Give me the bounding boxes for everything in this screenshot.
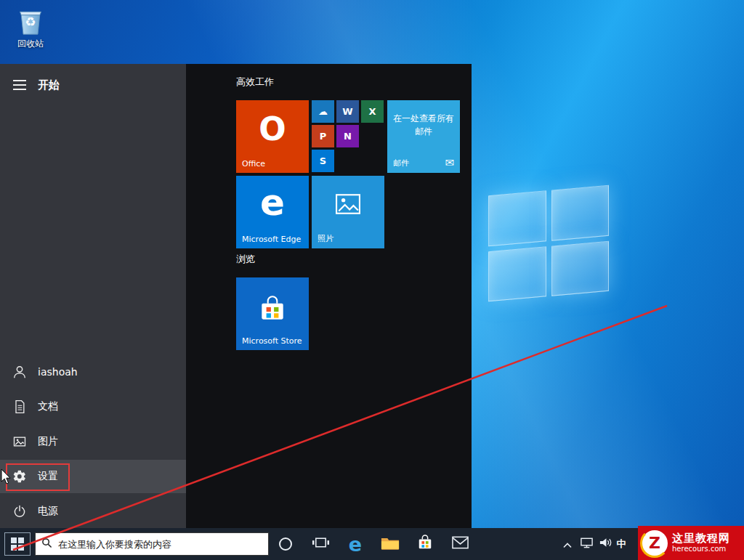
onenote-icon: N [344,131,352,142]
mail-tile-text: 在一处查看所有邮件 [392,112,456,138]
watermark-url: herecours.com [672,545,730,553]
rail-item-user[interactable]: iashoah [0,355,186,389]
tile-label: 邮件 [393,158,409,169]
speaker-icon [599,537,612,551]
tile-group-title: 高效工作 [236,76,274,89]
store-taskbar-icon [417,534,433,554]
tile-label: 照片 [318,233,333,244]
windows-logo-pane [551,185,610,240]
tutorial-watermark: Z 这里教程网 herecours.com [638,526,744,560]
small-tile-skype[interactable]: S [312,150,334,172]
tray-ime-button[interactable]: 中 [612,528,631,560]
task-view-icon [312,536,330,552]
rail-item-documents[interactable]: 文档 [0,390,186,423]
taskbar-search-box[interactable] [35,532,269,556]
rail-item-label: 设置 [38,470,58,483]
edge-taskbar-icon: e [349,535,362,554]
tile-store[interactable]: Microsoft Store [236,277,309,350]
start-button-focus-outline [4,532,31,556]
tray-show-hidden-icons-button[interactable] [558,528,577,560]
tile-edge[interactable]: e Microsoft Edge [236,176,309,248]
tile-label: Microsoft Edge [242,235,301,244]
start-menu: 开始 iashoah 文档 [0,64,472,528]
rail-item-pictures[interactable]: 图片 [0,425,186,458]
small-tile-excel[interactable]: X [361,100,384,123]
windows-logo-wallpaper [488,185,609,302]
start-menu-left-rail: 开始 iashoah 文档 [0,64,186,528]
tile-mail[interactable]: 在一处查看所有邮件 邮件 ✉ [387,100,460,173]
tray-network-button[interactable] [577,528,596,560]
file-explorer-icon [381,535,400,553]
mail-taskbar-icon [452,536,469,552]
store-bag-icon [236,293,309,327]
gear-icon [12,468,28,484]
windows-desktop-screen: ♻ 回收站 开始 iashoah 文 [0,0,744,560]
edge-taskbar-button[interactable]: e [338,528,373,560]
rail-item-label: 文档 [38,400,58,413]
powerpoint-icon: P [320,131,327,142]
small-tile-group: ☁ W X P N S [312,100,384,173]
mail-envelope-icon: ✉ [445,156,454,169]
file-explorer-button[interactable] [373,528,408,560]
watermark-logo: Z [642,530,668,556]
onedrive-icon: ☁ [318,106,328,117]
rail-item-label: 电源 [38,505,58,518]
watermark-logo-letter: Z [649,534,660,552]
start-button[interactable] [0,528,35,560]
windows-logo-pane [488,190,546,245]
start-menu-tiles-pane: 高效工作 O Office ☁ W X P N [186,64,472,528]
edge-icon: e [236,182,309,224]
cortana-button[interactable] [268,528,303,560]
tile-office[interactable]: O Office [236,100,309,173]
chevron-up-icon [563,537,572,551]
rail-item-power[interactable]: 电源 [0,495,186,528]
watermark-title: 这里教程网 [672,532,730,545]
recycle-bin-icon: ♻ [16,6,45,36]
rail-item-label: iashoah [38,366,78,378]
network-icon [580,537,594,551]
user-avatar-icon [12,364,28,380]
rail-item-settings[interactable]: 设置 [0,460,186,493]
excel-icon: X [368,106,376,117]
tile-label: Office [242,159,265,169]
tile-photos[interactable]: 照片 [312,176,384,248]
store-taskbar-button[interactable] [408,528,442,560]
word-icon: W [342,106,352,117]
windows-logo-pane [488,246,546,301]
task-view-button[interactable] [303,528,338,560]
tile-label: Microsoft Store [242,336,302,346]
small-tile-onedrive[interactable]: ☁ [312,100,334,123]
search-icon [41,537,52,551]
document-icon [12,399,28,415]
recycle-bin-shortcut[interactable]: ♻ 回收站 [10,6,51,50]
tile-group-title: 浏览 [236,253,255,266]
search-input[interactable] [58,539,262,550]
photos-icon [312,192,384,219]
cortana-icon [279,537,292,551]
hamburger-menu-button[interactable] [13,80,26,90]
taskbar: e [0,528,744,560]
recycle-bin-label: 回收站 [10,38,51,50]
office-icon: O [236,110,309,147]
rail-item-label: 图片 [38,435,58,448]
recycle-symbol-icon: ♻ [16,15,45,29]
small-tile-onenote[interactable]: N [336,125,359,147]
mail-taskbar-button[interactable] [442,528,477,560]
ime-language-indicator: 中 [617,537,626,551]
pictures-icon [12,434,28,450]
small-tile-word[interactable]: W [336,100,359,123]
skype-icon: S [320,155,326,166]
power-icon [12,503,28,519]
windows-logo-pane [551,240,610,296]
start-menu-title: 开始 [38,78,60,92]
small-tile-powerpoint[interactable]: P [312,125,334,147]
